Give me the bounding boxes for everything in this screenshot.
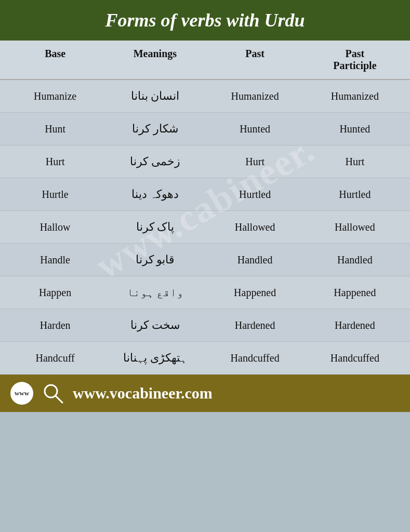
cell-meaning-6: واقع ہونا	[105, 284, 205, 301]
svg-line-1	[56, 396, 62, 403]
table-row: Hallowپاک کرناHallowedHallowed	[0, 211, 410, 244]
cell-past-0: Humanized	[205, 88, 305, 104]
page-header: Forms of verbs with Urdu	[0, 0, 410, 41]
cell-base-5: Handle	[5, 252, 105, 268]
table-row: Hurtleدھوکہ دیناHurtledHurtled	[0, 178, 410, 211]
col-header-meanings: Meanings	[105, 48, 205, 72]
www-icon: www	[10, 382, 33, 405]
cell-meaning-4: پاک کرنا	[105, 218, 205, 236]
cell-past-1: Hunted	[205, 121, 305, 137]
table-row: Handleقابو کرناHandledHandled	[0, 244, 410, 276]
cell-base-0: Humanize	[5, 88, 105, 104]
cell-base-1: Hunt	[5, 121, 105, 137]
page-title: Forms of verbs with Urdu	[10, 9, 400, 31]
cell-past_participle-7: Hardened	[305, 317, 405, 334]
footer: www www.vocabineer.com	[0, 375, 410, 412]
table-row: Happenواقع ہوناHappenedHappened	[0, 276, 410, 309]
www-icon-label: www	[15, 389, 29, 397]
cell-past-7: Hardened	[205, 317, 305, 334]
table-row: Hardenسخت کرناHardenedHardened	[0, 309, 410, 342]
cell-past-6: Happened	[205, 285, 305, 301]
cell-base-7: Harden	[5, 317, 105, 334]
cell-base-2: Hurt	[5, 154, 105, 170]
cell-past_participle-0: Humanized	[305, 88, 405, 104]
footer-url: www.vocabineer.com	[73, 384, 213, 402]
cell-meaning-5: قابو کرنا	[105, 251, 205, 269]
verb-table: www.cabineer. Base Meanings Past PastPar…	[0, 41, 410, 375]
cell-meaning-7: سخت کرنا	[105, 316, 205, 334]
table-header-row: Base Meanings Past PastParticiple	[0, 41, 410, 80]
cell-base-3: Hurtle	[5, 187, 105, 203]
cell-past_participle-1: Hunted	[305, 121, 405, 137]
table-body: Humanizeانسان بناناHumanizedHumanizedHun…	[0, 80, 410, 375]
cell-past_participle-2: Hurt	[305, 154, 405, 170]
cell-past_participle-3: Hurtled	[305, 187, 405, 203]
cell-past_participle-4: Hallowed	[305, 219, 405, 235]
cell-base-8: Handcuff	[5, 350, 105, 366]
cell-meaning-0: انسان بنانا	[105, 87, 205, 105]
search-icon	[42, 382, 64, 405]
cell-past-8: Handcuffed	[205, 350, 305, 366]
cell-past-3: Hurtled	[205, 187, 305, 203]
cell-meaning-3: دھوکہ دینا	[105, 185, 205, 203]
cell-past_participle-8: Handcuffed	[305, 350, 405, 366]
col-header-past-participle: PastParticiple	[305, 48, 405, 72]
cell-past_participle-6: Happened	[305, 285, 405, 301]
table-row: Huntشکار کرناHuntedHunted	[0, 113, 410, 145]
table-row: Handcuffہتھکڑی پہناناHandcuffedHandcuffe…	[0, 342, 410, 375]
cell-past-5: Handled	[205, 252, 305, 268]
table-row: Hurtزخمی کرناHurtHurt	[0, 145, 410, 178]
cell-past_participle-5: Handled	[305, 252, 405, 268]
cell-past-2: Hurt	[205, 154, 305, 170]
col-header-past: Past	[205, 48, 305, 72]
col-header-base: Base	[5, 48, 105, 72]
cell-base-6: Happen	[5, 285, 105, 301]
cell-meaning-1: شکار کرنا	[105, 120, 205, 138]
cell-base-4: Hallow	[5, 219, 105, 235]
cell-past-4: Hallowed	[205, 219, 305, 235]
cell-meaning-8: ہتھکڑی پہنانا	[105, 349, 205, 367]
cell-meaning-2: زخمی کرنا	[105, 153, 205, 170]
table-row: Humanizeانسان بناناHumanizedHumanized	[0, 80, 410, 113]
